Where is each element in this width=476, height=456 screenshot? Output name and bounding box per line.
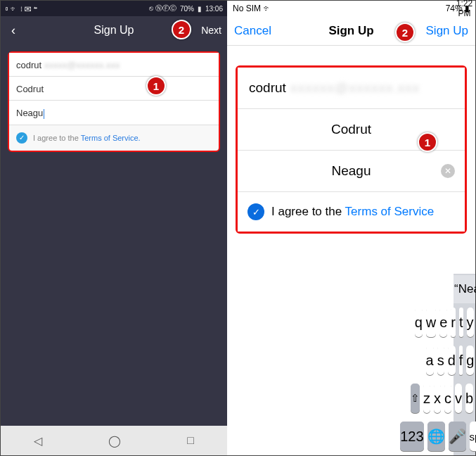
numbers-key[interactable]: 123 (400, 422, 423, 451)
next-button[interactable]: Next (201, 25, 221, 36)
key-f[interactable]: f (459, 346, 463, 375)
agree-row[interactable]: ✓ I agree to the Terms of Service (238, 192, 465, 232)
android-navbar: ◁ ◯ □ (1, 426, 227, 455)
ios-keyboard: “Neagu” Neagu’s qwertyuiop asdfghjkl ⇧ z… (454, 274, 475, 455)
nav-home-icon[interactable]: ◯ (108, 434, 121, 448)
android-header: ‹ Sign Up Next (1, 16, 227, 44)
key-c[interactable]: c (444, 384, 451, 413)
android-form: codrut xxxxx@xxxxxx.xxx Codrut Neagu ✓ I… (8, 51, 220, 152)
key-e[interactable]: e (439, 308, 447, 337)
key-v[interactable]: v (455, 384, 462, 413)
cancel-button[interactable]: Cancel (227, 24, 271, 38)
android-pane: ▯ ᯤ ⋮ ✉ ☁ ⎋ ⓃⒻⒸ 70% ▮ 13:06 ‹ Sign Up Ne… (1, 1, 227, 455)
email-field[interactable]: codrut xxxxxx@xxxxxx.xxx (238, 68, 465, 109)
agree-row[interactable]: ✓ I agree to the Terms of Service. (9, 125, 219, 146)
nav-recent-icon[interactable]: □ (187, 434, 194, 447)
clock: 13:06 (205, 5, 223, 13)
callout-badge: 2 (395, 23, 415, 42)
battery-text: 70% (180, 5, 194, 13)
last-name-field[interactable]: Neagu ✕ (238, 151, 465, 192)
clear-icon[interactable]: ✕ (441, 164, 455, 178)
agree-label: I agree to the (33, 134, 81, 142)
space-key[interactable]: space (470, 422, 476, 451)
key-z[interactable]: z (423, 384, 430, 413)
wifi-icon: ᯤ (263, 4, 271, 13)
mic-key[interactable]: 🎤 (449, 422, 466, 451)
last-name-field[interactable]: Neagu (9, 101, 219, 125)
suggestion[interactable]: “Neagu” (454, 282, 476, 296)
battery-icon: ▮ (198, 5, 202, 13)
callout-badge: 1 (146, 76, 166, 96)
ios-header: Cancel Sign Up Sign Up (227, 16, 475, 46)
callout-badge: 2 (172, 20, 191, 39)
wifi-icon: ▯ ᯤ ⋮ ✉ ☁ (5, 5, 37, 13)
key-a[interactable]: a (426, 346, 434, 375)
key-g[interactable]: g (466, 346, 474, 375)
key-q[interactable]: q (415, 308, 423, 337)
android-statusbar: ▯ ᯤ ⋮ ✉ ☁ ⎋ ⓃⒻⒸ 70% ▮ 13:06 (1, 1, 227, 16)
nav-back-icon[interactable]: ◁ (34, 434, 42, 448)
ios-pane: No SIM ᯤ 1:22 PM 74% ▮ Cancel Sign Up Si… (227, 1, 475, 455)
nfc-icon: ⎋ ⓃⒻⒸ (149, 4, 176, 13)
agree-label: I agree to the (271, 205, 345, 218)
key-w[interactable]: w (426, 308, 436, 337)
key-d[interactable]: d (448, 346, 456, 375)
ios-statusbar: No SIM ᯤ 1:22 PM 74% ▮ (227, 1, 475, 16)
key-t[interactable]: t (459, 308, 463, 337)
carrier-label: No SIM (233, 4, 261, 13)
first-name-field[interactable]: Codrut (9, 77, 219, 101)
tos-link[interactable]: Terms of Service. (81, 134, 141, 142)
key-b[interactable]: b (465, 384, 473, 413)
email-field[interactable]: codrut xxxxx@xxxxxx.xxx (9, 53, 219, 77)
key-r[interactable]: r (451, 308, 456, 337)
back-button[interactable]: ‹ (1, 23, 26, 38)
key-x[interactable]: x (434, 384, 441, 413)
callout-badge: 1 (418, 132, 437, 152)
key-s[interactable]: s (437, 346, 444, 375)
page-title: Sign Up (1, 24, 227, 37)
suggestion-bar: “Neagu” Neagu’s (454, 275, 475, 303)
checkmark-icon[interactable]: ✓ (16, 132, 27, 144)
globe-key[interactable]: 🌐 (427, 422, 445, 451)
shift-key[interactable]: ⇧ (411, 384, 420, 413)
tos-link[interactable]: Terms of Service (345, 205, 435, 218)
key-y[interactable]: y (467, 308, 474, 337)
checkmark-icon[interactable]: ✓ (247, 203, 264, 220)
signup-button[interactable]: Sign Up (426, 24, 468, 38)
